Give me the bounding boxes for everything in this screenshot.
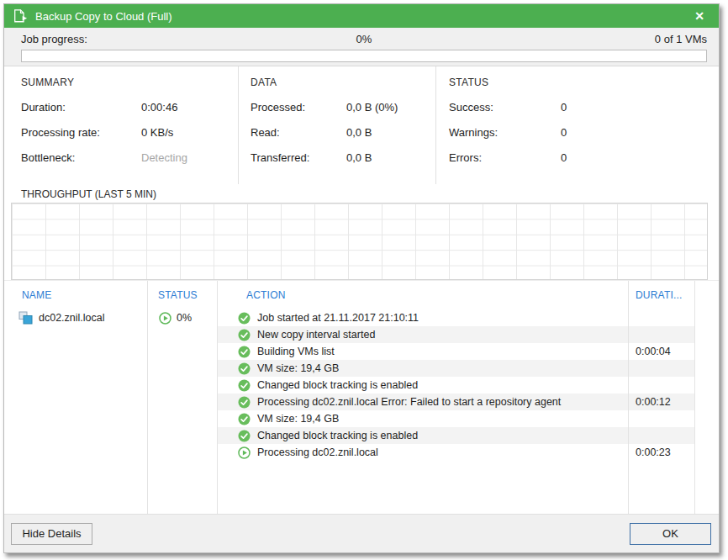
status-title: STATUS [449,77,719,88]
field-label: Success: [449,101,561,126]
in-progress-icon [238,446,251,459]
name-column: NAME dc02.znil.local [11,281,148,514]
throughput-chart [11,203,708,280]
job-progress-count: 0 of 1 VMs [478,33,707,48]
action-column-body: Job started at 21.11.2017 21:10:11New co… [218,309,628,461]
vm-status-row[interactable]: 0% [148,309,217,326]
success-icon [238,413,251,425]
field-label: Processed: [251,101,346,126]
action-row[interactable]: Processing dc02.znil.local Error: Failed… [218,394,628,410]
success-icon [238,346,251,358]
job-progress-label: Job progress: [21,33,250,48]
duration-column-body: 0:00:040:00:120:00:23 [629,309,694,461]
grid-spacer [695,281,719,514]
action-row[interactable]: VM size: 19,4 GB [218,410,628,427]
action-row[interactable]: Job started at 21.11.2017 21:10:11 [218,309,628,326]
data-panel: DATA Processed:0,0 B (0%) Read:0,0 B Tra… [238,66,435,184]
action-text: New copy interval started [257,329,375,341]
job-progress-strip: Job progress: 0% 0 of 1 VMs [4,28,719,66]
action-duration [629,326,694,343]
success-icon [238,396,251,409]
action-row[interactable]: VM size: 19,4 GB [218,360,628,377]
duration-column: DURATI... 0:00:040:00:120:00:23 [629,281,695,514]
field-value: 0:00:46 [141,101,177,126]
success-icon [238,329,251,341]
action-duration: 0:00:04 [629,343,694,360]
action-column: ACTION Job started at 21.11.2017 21:10:1… [218,281,629,514]
field-value: 0,0 B (0%) [346,101,398,126]
action-text: Processing dc02.znil.local Error: Failed… [257,396,561,408]
action-column-header[interactable]: ACTION [218,281,628,309]
action-row[interactable]: Changed block tracking is enabled [218,377,628,394]
hide-details-button[interactable]: Hide Details [11,523,92,545]
success-icon [238,362,251,375]
action-text: Changed block tracking is enabled [257,430,418,441]
ok-button[interactable]: OK [630,523,711,545]
vm-row[interactable]: dc02.znil.local [11,309,147,326]
action-duration [629,410,694,427]
backup-copy-icon [13,8,28,24]
status-column-header[interactable]: STATUS [148,281,217,309]
action-duration [629,427,694,444]
action-text: Job started at 21.11.2017 21:10:11 [257,312,419,324]
field-value: 0 [561,151,567,177]
status-column: STATUS 0% [148,281,218,514]
window-title: Backup Copy to Cloud (Full) [35,10,688,23]
field-label: Bottleneck: [21,151,141,177]
summary-title: SUMMARY [21,77,238,88]
action-text: Processing dc02.znil.local [257,446,378,458]
field-value: 0 KB/s [141,126,173,151]
backup-job-dialog: Backup Copy to Cloud (Full) ✕ Job progre… [3,3,720,553]
summary-panel: SUMMARY Duration:0:00:46 Processing rate… [4,66,238,184]
action-duration: 0:00:12 [629,394,694,410]
stats-panels: SUMMARY Duration:0:00:46 Processing rate… [4,66,719,184]
field-label: Read: [251,126,346,151]
throughput-section: THROUGHPUT (LAST 5 MIN) [4,184,719,280]
field-value: Detecting [141,151,187,177]
in-progress-icon [159,312,171,325]
field-value: 0 [561,101,567,126]
action-row[interactable]: Processing dc02.znil.local [218,444,628,461]
field-value: 0,0 B [346,126,372,151]
field-value: 0 [561,126,567,151]
action-text: VM size: 19,4 GB [257,362,339,374]
throughput-title: THROUGHPUT (LAST 5 MIN) [21,188,708,200]
action-row[interactable]: New copy interval started [218,326,628,343]
action-duration [629,309,694,326]
field-label: Duration: [21,101,141,126]
job-details-grid: NAME dc02.znil.local STATUS 0% ACTION Jo… [4,280,719,514]
job-progress-percent: 0% [250,33,478,48]
action-row[interactable]: Building VMs list [218,343,628,360]
action-duration: 0:00:23 [629,444,694,461]
titlebar[interactable]: Backup Copy to Cloud (Full) ✕ [4,4,719,28]
vm-icon [18,311,33,325]
vm-name: dc02.znil.local [39,312,105,324]
action-row[interactable]: Changed block tracking is enabled [218,427,628,444]
success-icon [238,312,251,325]
field-label: Warnings: [449,126,561,151]
field-value: 0,0 B [346,151,372,177]
progress-bar [21,50,707,62]
field-label: Processing rate: [21,126,141,151]
field-label: Transferred: [251,151,346,177]
success-icon [238,379,251,392]
close-icon[interactable]: ✕ [688,6,710,26]
vm-status-icon [159,312,171,325]
action-duration [629,377,694,394]
success-icon [238,430,251,442]
field-label: Errors: [449,151,561,177]
action-text: VM size: 19,4 GB [257,413,339,425]
footer: Hide Details OK [4,514,719,552]
vm-status-value: 0% [177,312,192,324]
action-text: Building VMs list [257,346,335,357]
action-text: Changed block tracking is enabled [257,379,418,391]
status-panel: STATUS Success:0 Warnings:0 Errors:0 [435,66,719,184]
data-title: DATA [251,77,435,88]
action-duration [629,360,694,377]
name-column-header[interactable]: NAME [11,281,147,309]
duration-column-header[interactable]: DURATI... [629,281,694,309]
